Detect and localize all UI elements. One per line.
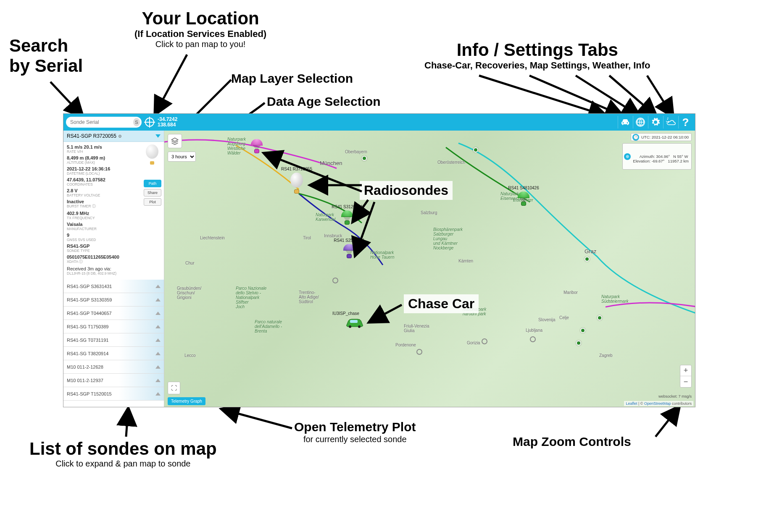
leaflet-link[interactable]: Leaflet bbox=[626, 401, 637, 406]
sonde-name: RS41-SG T1750389 bbox=[67, 324, 108, 329]
gear-icon[interactable]: ⚙ bbox=[118, 134, 122, 139]
annot-list: List of sondes on map Click to expand & … bbox=[29, 439, 217, 469]
svg-rect-2 bbox=[350, 320, 358, 323]
list-item[interactable]: RS41-SG T3820914 bbox=[63, 347, 164, 360]
layer-control[interactable] bbox=[168, 134, 182, 148]
selected-sonde-header[interactable]: RS41-SGP R3720055 ⚙ bbox=[63, 131, 164, 142]
station-dot[interactable] bbox=[580, 328, 585, 333]
chevron-up-icon bbox=[155, 338, 161, 342]
map-canvas[interactable]: München Oberbayern Salzburg Graz Ljublja… bbox=[164, 131, 695, 407]
place-pordenone: Pordenone bbox=[395, 343, 416, 347]
sonde-name: RS41-SG T0731191 bbox=[67, 338, 108, 343]
station-dot[interactable] bbox=[597, 315, 602, 320]
place-innsbruck: Innsbruck bbox=[324, 233, 342, 238]
telemetry-graph-button[interactable]: Telemetry Graph bbox=[168, 397, 205, 405]
weather-tab-icon[interactable] bbox=[663, 116, 677, 128]
list-item[interactable]: RS41-SGP T1520015 bbox=[63, 387, 164, 401]
list-item[interactable]: M10 011-2-12937 bbox=[63, 374, 164, 387]
sonde-marker[interactable]: RS41 S2530601 bbox=[341, 244, 358, 258]
annot-telemetry: Open Telemetry Plot for currently select… bbox=[294, 420, 416, 444]
sonde-marker-balloon[interactable]: RS41 R3720055 bbox=[288, 173, 305, 194]
station-ring[interactable] bbox=[332, 278, 338, 283]
place-park4: Parco naturale dell'Adamello - Brenta bbox=[255, 320, 282, 333]
chevron-up-icon bbox=[155, 325, 161, 328]
svs-label: GNSS SVS USED bbox=[67, 238, 161, 242]
place-slovenija: Slovenija bbox=[538, 317, 556, 322]
list-item[interactable]: M10 011-2-12628 bbox=[63, 360, 164, 374]
sonde-marker[interactable]: RS41 S4810426 bbox=[515, 191, 532, 206]
type-value: RS41-SGP bbox=[67, 244, 161, 249]
user-coords[interactable]: -34.7242 138.684 bbox=[158, 117, 177, 128]
data-age-select[interactable]: 3 hours bbox=[168, 152, 196, 162]
place-park5: Biosphärenpark Salzburger Lungau und Kär… bbox=[433, 227, 463, 250]
place-park1: Naturpark Augsburg Westliche Wälder bbox=[227, 137, 246, 155]
list-item[interactable]: RS41-SGP S3130359 bbox=[63, 293, 164, 307]
station-ring[interactable] bbox=[416, 349, 422, 355]
path-button[interactable]: Path bbox=[144, 180, 161, 187]
sonde-marker[interactable] bbox=[248, 139, 265, 153]
place-liechtenstein: Liechtenstein bbox=[200, 236, 225, 240]
fullscreen-button[interactable]: ⛶ bbox=[168, 382, 180, 394]
sonde-name: RS41-SGP T1520015 bbox=[67, 391, 112, 396]
place-lecco: Lecco bbox=[184, 353, 196, 358]
zoom-in-button[interactable]: + bbox=[680, 365, 691, 376]
list-item[interactable]: RS41-SG T0731191 bbox=[63, 333, 164, 347]
station-dot[interactable] bbox=[362, 156, 367, 161]
settings-tab-icon[interactable] bbox=[648, 116, 662, 128]
station-ring[interactable] bbox=[482, 338, 487, 344]
station-dot[interactable] bbox=[473, 147, 478, 152]
lon-value: 138.684 bbox=[158, 122, 177, 128]
chevron-up-icon bbox=[155, 298, 161, 301]
search-input[interactable] bbox=[70, 119, 133, 125]
place-park3: Parco Nazionale dello Stelvio - National… bbox=[236, 286, 266, 309]
share-button[interactable]: Share bbox=[144, 189, 161, 197]
chasecar-tab-icon[interactable] bbox=[618, 116, 632, 128]
annot-location: Your Location (If Location Services Enab… bbox=[134, 8, 266, 49]
chevron-up-icon bbox=[155, 379, 161, 382]
place-ljubljana: Ljubljana bbox=[526, 328, 542, 333]
recoveries-tab-icon[interactable] bbox=[633, 116, 647, 128]
list-item[interactable]: RS41-SGP T0440657 bbox=[63, 307, 164, 320]
callout-radiosondes: Radiosondes bbox=[360, 181, 453, 200]
place-park9: Naturpark Südsteiermark bbox=[601, 294, 628, 304]
sonde-name: RS41-SGP S3130359 bbox=[67, 297, 112, 302]
sonde-marker[interactable]: RS41 S3120114 bbox=[339, 210, 355, 225]
info-tab-icon[interactable]: ? bbox=[678, 116, 693, 128]
place-karnten: Kärnten bbox=[458, 259, 473, 263]
sonde-name: M10 011-2-12937 bbox=[67, 378, 103, 383]
place-park6: Nationalpark Hohe Tauern bbox=[370, 250, 394, 259]
search-button[interactable]: S bbox=[133, 118, 140, 126]
place-friuli: Friuli-Venezia Giulia bbox=[404, 324, 429, 333]
zoom-out-button[interactable]: − bbox=[680, 376, 691, 387]
station-dot[interactable] bbox=[576, 341, 581, 346]
plot-button[interactable]: Plot bbox=[144, 198, 161, 206]
azel-status: ⊕ Azimuth: 304.96° N 55° W Elevation: -6… bbox=[622, 143, 692, 170]
sonde-detail-panel: 5.1 m/s 20.1 m/s RATE V/H 8,499 m (8,499… bbox=[63, 142, 164, 280]
annot-tabs: Info / Settings Tabs Chase-Car, Recoveri… bbox=[424, 40, 650, 71]
chasecar-marker[interactable] bbox=[345, 317, 364, 327]
locate-icon[interactable] bbox=[145, 118, 154, 127]
mfr-label: MANUFACTURER bbox=[67, 227, 161, 231]
chevron-up-icon bbox=[155, 285, 161, 288]
chasecar-label: IU3ISP_chase bbox=[332, 311, 359, 316]
osm-link[interactable]: OpenStreetMap bbox=[644, 401, 671, 406]
place-celje: Celje bbox=[559, 315, 569, 320]
svg-point-0 bbox=[349, 325, 351, 328]
place-munchen: München bbox=[320, 160, 342, 166]
collapse-icon[interactable] bbox=[155, 134, 161, 138]
utc-text: UTC: 2021-12-22 06:10:00 bbox=[641, 135, 689, 139]
sonde-name: M10 011-2-12628 bbox=[67, 364, 103, 370]
utc-status: 🕐 UTC: 2021-12-22 06:10:00 bbox=[631, 133, 692, 141]
chevron-up-icon bbox=[155, 392, 161, 396]
list-item[interactable]: RS41-SGP S3631431 bbox=[63, 280, 164, 293]
freq-label: TX FREQUENCY bbox=[67, 216, 161, 220]
place-trentino: Trentino- Alto Adige/ Südtirol bbox=[299, 290, 319, 304]
station-dot[interactable] bbox=[585, 257, 590, 262]
selected-sonde-title: RS41-SGP R3720055 bbox=[67, 133, 116, 139]
azel-text: Azimuth: 304.96° N 55° W Elevation: -69.… bbox=[633, 154, 689, 163]
sonde-sidebar[interactable]: RS41-SGP R3720055 ⚙ 5.1 m/s 20.1 m/s RAT… bbox=[63, 131, 164, 407]
rx-line2: DL1JHR-15 (8 DB, 402.9 MHZ) bbox=[67, 271, 161, 275]
marker-label: RS41 S4810426 bbox=[508, 186, 539, 190]
list-item[interactable]: RS41-SG T1750389 bbox=[63, 320, 164, 333]
station-ring[interactable] bbox=[530, 336, 536, 342]
